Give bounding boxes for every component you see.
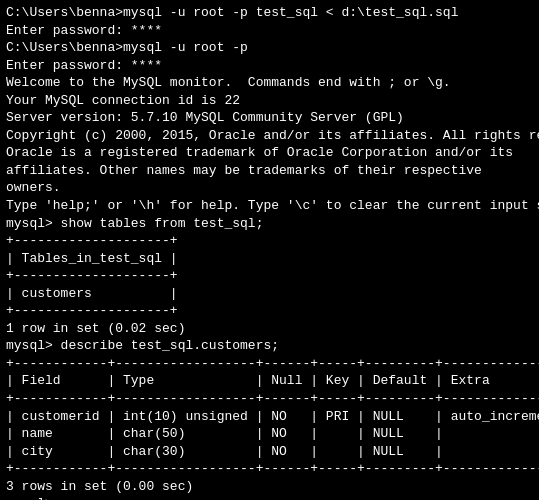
terminal-line-6: Your MySQL connection id is 22: [6, 92, 533, 110]
terminal-line-27: | Field | Type | Null | Key | Default | …: [6, 372, 533, 390]
terminal-line-30: | name | char(50) | NO | | NULL | |: [6, 425, 533, 443]
terminal-line-29: | customerid | int(10) unsigned | NO | P…: [6, 408, 533, 426]
terminal-window[interactable]: C:\Users\benna>mysql -u root -p test_sql…: [0, 0, 539, 500]
terminal-line-32: +------------+------------------+------+…: [6, 460, 533, 478]
terminal-line-7: Server version: 5.7.10 MySQL Community S…: [6, 109, 533, 127]
terminal-line-25: mysql> describe test_sql.customers;: [6, 337, 533, 355]
terminal-line-26: +------------+------------------+------+…: [6, 355, 533, 373]
terminal-line-1: Enter password: ****: [6, 22, 533, 40]
terminal-line-34: 3 rows in set (0.00 sec): [6, 478, 533, 496]
terminal-line-28: +------------+------------------+------+…: [6, 390, 533, 408]
terminal-line-20: +--------------------+: [6, 267, 533, 285]
terminal-line-36: mysql>: [6, 495, 533, 500]
terminal-line-3: C:\Users\benna>mysql -u root -p: [6, 39, 533, 57]
terminal-line-0: C:\Users\benna>mysql -u root -p test_sql…: [6, 4, 533, 22]
terminal-line-13: owners.: [6, 179, 533, 197]
terminal-line-18: +--------------------+: [6, 232, 533, 250]
terminal-line-15: Type 'help;' or '\h' for help. Type '\c'…: [6, 197, 533, 215]
terminal-line-12: affiliates. Other names may be trademark…: [6, 162, 533, 180]
terminal-line-4: Enter password: ****: [6, 57, 533, 75]
terminal-line-9: Copyright (c) 2000, 2015, Oracle and/or …: [6, 127, 533, 145]
terminal-line-17: mysql> show tables from test_sql;: [6, 215, 533, 233]
terminal-line-31: | city | char(30) | NO | | NULL | |: [6, 443, 533, 461]
terminal-line-5: Welcome to the MySQL monitor. Commands e…: [6, 74, 533, 92]
terminal-line-23: 1 row in set (0.02 sec): [6, 320, 533, 338]
terminal-line-11: Oracle is a registered trademark of Orac…: [6, 144, 533, 162]
terminal-line-22: +--------------------+: [6, 302, 533, 320]
terminal-line-21: | customers |: [6, 285, 533, 303]
terminal-line-19: | Tables_in_test_sql |: [6, 250, 533, 268]
